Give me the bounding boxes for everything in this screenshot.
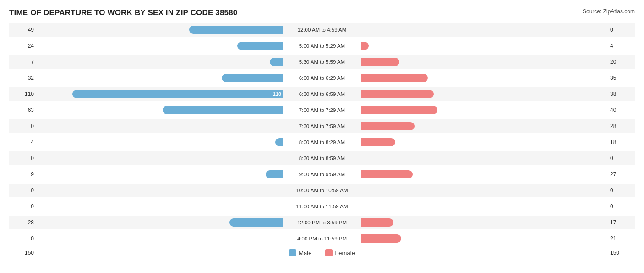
male-bar [266,170,283,178]
male-bar-wrap [37,202,283,211]
chart-row: 010:00 AM to 10:59 AM0 [9,184,635,197]
chart-row: 011:00 AM to 11:59 AM0 [9,200,635,213]
male-value: 24 [9,43,37,49]
male-bar [189,26,283,34]
legend: Male Female [37,249,607,256]
female-value: 18 [607,139,635,145]
male-bar [163,106,283,114]
male-bar [270,58,283,66]
male-bar-wrap [37,154,283,162]
female-bar-wrap [361,138,607,146]
female-bar [361,138,395,146]
time-label: 4:00 PM to 11:59 PM [283,236,361,241]
chart-container: TIME OF DEPARTURE TO WORK BY SEX IN ZIP … [0,0,644,273]
female-bar [361,42,369,50]
time-label: 8:30 AM to 8:59 AM [283,156,361,161]
female-value: 40 [607,107,635,113]
female-bar-wrap [361,42,607,50]
male-value: 110 [9,91,37,97]
chart-row: 637:00 AM to 7:29 AM40 [9,103,635,117]
bars-center: 11:00 AM to 11:59 AM [37,200,607,213]
female-bar-wrap [361,122,607,130]
male-value: 0 [9,155,37,162]
female-bar-wrap [361,234,607,243]
male-value: 63 [9,107,37,113]
legend-male: Male [289,249,311,256]
time-label: 12:00 PM to 3:59 PM [283,220,361,225]
female-bar-wrap [361,218,607,227]
bars-center: 4:00 PM to 11:59 PM [37,232,607,245]
bars-center: 9:00 AM to 9:59 AM [37,167,607,181]
bars-center: 7:00 AM to 7:29 AM [37,103,607,117]
chart-area: 4912:00 AM to 4:59 AM0245:00 AM to 5:29 … [9,23,635,245]
female-value: 28 [607,123,635,129]
bars-center: 5:30 AM to 5:59 AM [37,55,607,69]
male-bar [275,138,283,146]
legend-male-box [289,249,296,256]
source-label: Source: ZipAtlas.com [583,8,635,15]
time-label: 7:30 AM to 7:59 AM [283,123,361,129]
female-value: 21 [607,235,635,242]
male-value: 0 [9,123,37,129]
male-bar-wrap [37,74,283,82]
chart-row: 75:30 AM to 5:59 AM20 [9,55,635,69]
male-bar-wrap [37,122,283,130]
male-value: 7 [9,59,37,65]
female-bar-wrap [361,58,607,66]
female-value: 0 [607,203,635,210]
female-bar [361,170,413,178]
male-value: 0 [9,187,37,194]
female-bar-wrap [361,90,607,98]
bars-center: 1106:30 AM to 6:59 AM [37,87,607,101]
time-label: 10:00 AM to 10:59 AM [283,188,361,193]
male-bar-wrap: 110 [37,90,283,98]
male-value: 0 [9,203,37,210]
axis-right: 150 [607,250,635,256]
male-bar-wrap [37,218,283,227]
chart-row: 04:00 PM to 11:59 PM21 [9,232,635,245]
female-value: 27 [607,171,635,178]
time-label: 6:30 AM to 6:59 AM [283,91,361,97]
bars-center: 6:00 AM to 6:29 AM [37,71,607,85]
female-bar [361,122,415,130]
female-bar-wrap [361,170,607,178]
male-bar [222,74,283,82]
chart-row: 08:30 AM to 8:59 AM0 [9,151,635,165]
female-value: 4 [607,43,635,49]
time-label: 7:00 AM to 7:29 AM [283,107,361,113]
chart-row: 4912:00 AM to 4:59 AM0 [9,23,635,37]
male-value: 9 [9,171,37,178]
female-value: 17 [607,219,635,226]
female-bar [361,74,428,82]
male-bar-wrap [37,138,283,146]
female-value: 38 [607,91,635,97]
male-value: 49 [9,27,37,33]
time-label: 12:00 AM to 4:59 AM [283,27,361,33]
female-bar-wrap [361,106,607,114]
chart-row: 48:00 AM to 8:29 AM18 [9,135,635,149]
chart-row: 07:30 AM to 7:59 AM28 [9,119,635,133]
male-value: 4 [9,139,37,145]
male-value: 28 [9,219,37,226]
male-bar [237,42,283,50]
female-bar [361,218,393,227]
female-bar-wrap [361,74,607,82]
female-bar-wrap [361,26,607,34]
time-label: 6:00 AM to 6:29 AM [283,75,361,81]
female-bar [361,106,437,114]
bars-center: 8:30 AM to 8:59 AM [37,151,607,165]
male-bar-wrap [37,26,283,34]
time-label: 5:30 AM to 5:59 AM [283,59,361,65]
male-bar: 110 [72,90,283,98]
time-label: 8:00 AM to 8:29 AM [283,139,361,145]
chart-row: 99:00 AM to 9:59 AM27 [9,167,635,181]
female-bar-wrap [361,154,607,162]
chart-row: 245:00 AM to 5:29 AM4 [9,39,635,53]
time-label: 11:00 AM to 11:59 AM [283,204,361,209]
time-label: 5:00 AM to 5:29 AM [283,43,361,49]
female-value: 35 [607,75,635,81]
axis-row: 150 Male Female 150 [9,249,635,256]
male-bar-wrap [37,42,283,50]
male-bar-wrap [37,234,283,243]
male-bar-wrap [37,58,283,66]
